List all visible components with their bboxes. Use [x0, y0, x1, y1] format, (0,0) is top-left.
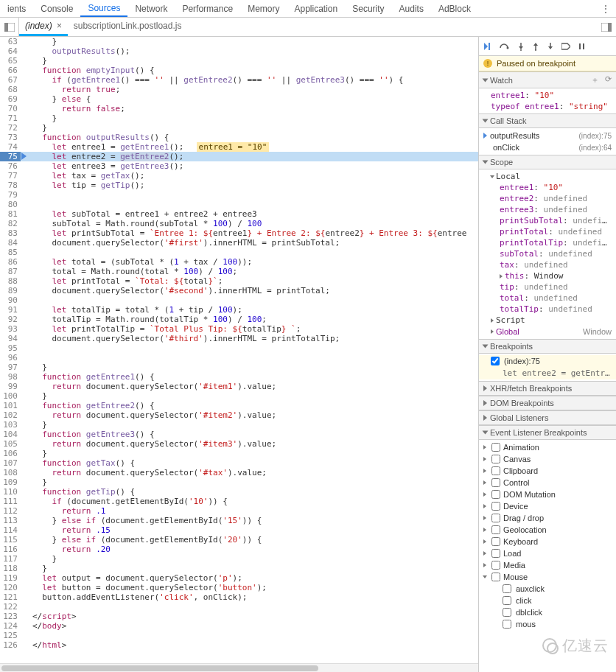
top-tab-performance[interactable]: Performance — [175, 0, 240, 17]
breakpoint-snippet: let entree2 = getEntree2… — [479, 367, 616, 379]
watch-item[interactable]: typeof entree1: "string" — [479, 101, 616, 112]
horizontal-scrollbar[interactable] — [0, 663, 478, 672]
event-sub-checkbox[interactable] — [503, 608, 511, 617]
scope-var[interactable]: entree1: "10" — [479, 182, 616, 193]
svg-rect-16 — [579, 43, 581, 49]
refresh-watch-icon[interactable]: ⟳ — [605, 74, 612, 85]
event-sub-checkbox[interactable] — [503, 596, 511, 605]
top-tab-ients[interactable]: ients — [0, 0, 33, 17]
event-category-checkbox[interactable] — [491, 478, 500, 487]
top-tab-application[interactable]: Application — [287, 0, 345, 17]
pause-on-exceptions-button[interactable] — [578, 42, 587, 51]
show-navigator-button[interactable] — [0, 18, 19, 36]
file-tab[interactable]: subscriptionLink.postload.js — [68, 18, 188, 36]
resume-button[interactable] — [483, 42, 492, 51]
event-category[interactable]: Animation — [479, 441, 616, 453]
event-category[interactable]: Keyboard — [479, 536, 616, 547]
callstack-frame[interactable]: onClick(index):64 — [479, 141, 616, 153]
event-category[interactable]: Load — [479, 547, 616, 559]
scope-var[interactable]: total: undefined — [479, 293, 616, 304]
event-category[interactable]: Device — [479, 500, 616, 512]
callstack-section-header[interactable]: Call Stack — [479, 113, 616, 128]
event-category[interactable]: Clipboard — [479, 465, 616, 477]
top-tab-console[interactable]: Console — [33, 0, 80, 17]
event-category[interactable]: DOM Mutation — [479, 489, 616, 500]
event-sub[interactable]: click — [479, 595, 616, 606]
event-category-checkbox[interactable] — [491, 455, 500, 463]
step-out-button[interactable] — [532, 42, 539, 51]
event-sub-checkbox[interactable] — [503, 620, 511, 629]
scope-var[interactable]: entree3: undefined — [479, 204, 616, 215]
event-category-checkbox[interactable] — [491, 490, 500, 499]
scope-var[interactable]: tax: undefined — [479, 259, 616, 270]
event-category-checkbox[interactable] — [491, 443, 500, 452]
svg-rect-5 — [489, 43, 490, 50]
event-category[interactable]: Canvas — [479, 453, 616, 465]
scope-var[interactable]: totalTip: undefined — [479, 304, 616, 315]
breakpoint-checkbox[interactable] — [491, 357, 500, 365]
paused-banner: ! Paused on breakpoint — [479, 56, 616, 71]
event-sub[interactable]: auxclick — [479, 583, 616, 595]
top-tab-sources[interactable]: Sources — [80, 0, 127, 17]
step-button[interactable] — [547, 42, 554, 51]
more-tabs-icon[interactable]: ⋮ — [595, 4, 616, 14]
event-listener-bp-header[interactable]: Event Listener Breakpoints — [479, 425, 616, 440]
event-category-checkbox[interactable] — [491, 549, 500, 558]
event-category-checkbox[interactable] — [491, 537, 500, 546]
dom-breakpoints-header[interactable]: DOM Breakpoints — [479, 396, 616, 410]
svg-marker-8 — [519, 46, 523, 49]
add-watch-icon[interactable]: ＋ — [591, 74, 599, 85]
event-category-checkbox[interactable] — [491, 502, 500, 511]
event-category-checkbox[interactable] — [491, 466, 500, 475]
callstack-frame[interactable]: outputResults(index):75 — [479, 130, 616, 141]
close-icon[interactable]: × — [57, 21, 62, 31]
xhr-breakpoints-header[interactable]: XHR/fetch Breakpoints — [479, 381, 616, 396]
event-sub[interactable]: mous — [479, 618, 616, 630]
breakpoint-item[interactable]: (index):75 — [479, 355, 616, 367]
event-category-checkbox[interactable] — [491, 573, 500, 581]
event-category[interactable]: Geolocation — [479, 524, 616, 536]
event-category[interactable]: Media — [479, 559, 616, 571]
scope-script[interactable]: Script — [479, 315, 616, 326]
paused-text: Paused on breakpoint — [497, 59, 575, 68]
scope-global[interactable]: GlobalWindow — [479, 326, 616, 337]
more-options-button[interactable] — [597, 18, 616, 36]
code-lines[interactable]: 63 }64 outputResults();65 }66 function e… — [0, 37, 478, 650]
event-category-checkbox[interactable] — [491, 514, 500, 522]
event-category-checkbox[interactable] — [491, 525, 500, 534]
event-sub-checkbox[interactable] — [503, 584, 511, 593]
watch-section-header[interactable]: Watch ＋ ⟳ — [479, 71, 616, 88]
scope-var[interactable]: printTotalTip: undefined — [479, 237, 616, 248]
scope-var[interactable]: printTotal: undefined — [479, 226, 616, 237]
scope-var[interactable]: printSubTotal: undefined — [479, 215, 616, 226]
event-category[interactable]: Control — [479, 477, 616, 489]
svg-rect-1 — [4, 23, 8, 32]
scope-var[interactable]: this: Window — [479, 270, 616, 281]
event-sub[interactable]: dblclick — [479, 606, 616, 618]
scope-var[interactable]: tip: undefined — [479, 281, 616, 293]
watch-item[interactable]: entree1: "10" — [479, 90, 616, 101]
step-over-button[interactable] — [500, 42, 510, 51]
deactivate-breakpoints-button[interactable] — [561, 42, 570, 51]
file-tab-bar: (index)×subscriptionLink.postload.js — [0, 18, 616, 37]
top-tab-network[interactable]: Network — [127, 0, 175, 17]
top-tab-audits[interactable]: Audits — [392, 0, 431, 17]
svg-point-6 — [507, 46, 509, 49]
scope-section-header[interactable]: Scope — [479, 155, 616, 169]
global-listeners-header[interactable]: Global Listeners — [479, 410, 616, 425]
top-tab-memory[interactable]: Memory — [240, 0, 287, 17]
step-into-button[interactable] — [517, 42, 525, 51]
file-tab[interactable]: (index)× — [19, 18, 68, 36]
svg-marker-14 — [548, 46, 553, 49]
top-tab-security[interactable]: Security — [345, 0, 391, 17]
event-category-checkbox[interactable] — [491, 561, 500, 570]
debug-toolbar — [479, 37, 616, 56]
event-category[interactable]: Mouse — [479, 571, 616, 583]
top-tab-adblock[interactable]: AdBlock — [431, 0, 478, 17]
scope-var[interactable]: subTotal: undefined — [479, 248, 616, 259]
breakpoints-section-header[interactable]: Breakpoints — [479, 339, 616, 354]
scope-var[interactable]: entree2: undefined — [479, 193, 616, 204]
svg-rect-17 — [583, 43, 584, 49]
scope-local[interactable]: Local — [479, 171, 616, 182]
event-category[interactable]: Drag / drop — [479, 512, 616, 524]
